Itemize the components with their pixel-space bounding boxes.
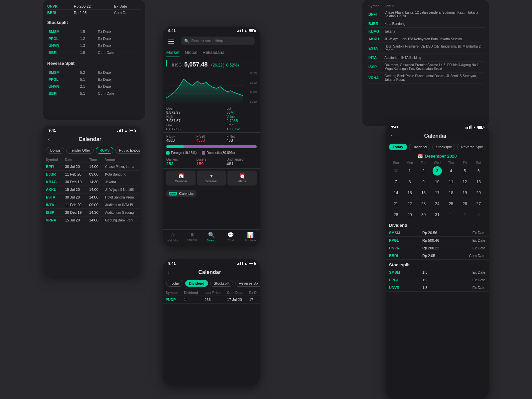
cal-day[interactable]: 28	[391, 210, 401, 219]
table-row: KBAG Jakarta	[366, 28, 485, 35]
losers-label: Losers	[197, 158, 227, 161]
chip-dividend-bottom[interactable]: Dividend	[185, 280, 208, 287]
back-button-right[interactable]: ‹	[389, 132, 393, 140]
cal-day[interactable]: 11	[446, 177, 456, 187]
alerts-btn[interactable]: ⏰ Alerts	[227, 171, 257, 186]
calendar-tooltip-label: Calendar	[179, 192, 194, 196]
market-stats: Open8,872.97 Lot55M High7,987.67 Value2,…	[163, 105, 260, 132]
battery-icon	[129, 129, 135, 132]
chip-reversesplit-right[interactable]: Reverse Split	[457, 144, 486, 150]
screener-btn[interactable]: ▼ Screener	[197, 171, 226, 186]
cal-day[interactable]: 8	[405, 177, 414, 187]
domestic-legend-label: Domestic (80.89%)	[206, 151, 235, 155]
left-top-panel: UNVR Rp 200.22 Ex Date BBRI Rp 2.05 Cum …	[43, 0, 145, 120]
cal-day-today[interactable]: 3	[433, 166, 442, 176]
nav-portfolio[interactable]: 📊 Portfolio	[241, 232, 260, 242]
cal-day[interactable]: 23	[419, 199, 428, 208]
cal-day[interactable]: 4	[446, 166, 456, 176]
calendar-btn-label: Calendar	[175, 180, 187, 183]
table-row: 1:5	[79, 28, 97, 35]
cal-day[interactable]: 15	[405, 188, 414, 198]
cal-day[interactable]: 5	[460, 166, 469, 176]
cal-day[interactable]: 10	[433, 177, 442, 187]
calendar-title-left: Calendar	[51, 136, 129, 142]
col-sym-bottom: Symbol	[163, 290, 181, 296]
tab-market[interactable]: Market	[166, 48, 180, 57]
cal-day[interactable]: 22	[405, 199, 414, 208]
table-row: Ex Date	[96, 42, 141, 49]
nav-watchlist[interactable]: ☆ Watchlist	[163, 232, 182, 242]
ihsg-change: +26.22(+0.52%)	[210, 63, 239, 67]
cal-day[interactable]: 31	[433, 210, 442, 219]
chip-today[interactable]: Today	[389, 144, 407, 150]
chip-reverse-bottom[interactable]: Reverse Split	[235, 280, 260, 287]
status-bar-bottom: 9:41 ▲	[163, 259, 260, 267]
unchanged-value: 481	[226, 161, 257, 166]
cal-day[interactable]: 14	[391, 188, 401, 198]
table-row: PPGL	[47, 35, 79, 42]
col-symbol: Symbol	[43, 157, 62, 163]
nav-search[interactable]: 🔍 Search	[202, 232, 221, 242]
chip-dividend-right[interactable]: Dividend	[409, 144, 431, 150]
cal-day[interactable]: 20	[474, 188, 483, 198]
ihsg-section: IHSG 5,057.48 +26.22(+0.52%)	[163, 57, 260, 69]
cal-day[interactable]: 19	[460, 188, 469, 198]
calendar-btn[interactable]: 📅 Calendar	[166, 171, 196, 186]
status-bar-right: 9:41 ▲	[386, 123, 489, 130]
chip-rups[interactable]: RUPS	[96, 147, 113, 154]
cal-day[interactable]: 3	[474, 210, 483, 219]
div-row-ppgl: PPGL Rp 500.46 Ex Date	[386, 237, 489, 244]
cal-day[interactable]: 1	[405, 166, 414, 176]
table-row: Ex Date	[96, 83, 141, 90]
cal-day[interactable]: 9	[419, 177, 428, 187]
gainers-value: 253	[166, 161, 197, 166]
cal-day[interactable]: 17	[433, 188, 442, 198]
nav-watchlist-label: Watchlist	[167, 239, 179, 242]
screener-btn-label: Screener	[205, 180, 218, 183]
chip-expose[interactable]: Public Expose	[115, 147, 140, 154]
hamburger-menu[interactable]	[165, 37, 178, 47]
nav-stream-label: Stream	[187, 238, 197, 242]
chip-stocksplit-bottom[interactable]: Stocksplit	[210, 280, 233, 287]
cal-day[interactable]: 27	[474, 199, 483, 208]
search-bar[interactable]: 🔍	[181, 37, 255, 45]
table-row: ESTA30 Jul 2014:00Hotel Santika Prem	[43, 194, 140, 201]
cal-day[interactable]: 30	[391, 166, 401, 176]
cal-day[interactable]: 25	[446, 199, 456, 208]
cal-day[interactable]: 21	[391, 199, 401, 208]
cal-day[interactable]: 7	[391, 177, 401, 187]
cal-day[interactable]: 6	[474, 166, 483, 176]
table-row: INTA Auditorium INTA Building	[366, 54, 485, 62]
table-row: SMSM	[47, 69, 79, 76]
back-button[interactable]: ‹	[47, 135, 51, 144]
cal-day[interactable]: 13	[474, 177, 483, 187]
chip-tender[interactable]: Tender Offer	[66, 147, 94, 154]
nav-stream[interactable]: ≡ Stream	[182, 232, 201, 242]
cal-day[interactable]: 2	[419, 166, 428, 176]
ss-row-unvr: UNVR 1:3 Ex Date	[386, 284, 489, 292]
cal-day[interactable]: 1	[446, 210, 456, 219]
cal-day[interactable]: 24	[433, 199, 442, 208]
tab-global[interactable]: Global	[185, 48, 198, 57]
tab-reksadana[interactable]: Reksadana	[202, 48, 224, 57]
chip-stocksplit-right[interactable]: Stocksplit	[432, 144, 455, 150]
chip-today-bottom[interactable]: Today	[166, 280, 183, 287]
phone-market: 9:41 ▲ 🔍 Market Global Reksadana IHSG 5,…	[163, 27, 260, 246]
cal-day[interactable]: 2	[460, 210, 469, 219]
chip-bonus[interactable]: Bonus	[47, 147, 64, 154]
back-button-bottom[interactable]: ‹	[166, 268, 171, 277]
cal-day[interactable]: 18	[446, 188, 456, 198]
month-label: Desember 2020	[425, 154, 457, 159]
battery-icon-bottom	[249, 262, 255, 265]
cal-day[interactable]: 16	[419, 188, 428, 198]
cal-day[interactable]: 12	[460, 177, 469, 187]
table-row: 1:2	[79, 35, 97, 42]
cal-day[interactable]: 26	[460, 199, 469, 208]
cal-day[interactable]: 30	[419, 210, 428, 219]
f-stats: F Buy456B F Sell456B F Net48B	[163, 132, 260, 144]
ihsg-value: 5,057.48	[184, 61, 207, 68]
search-nav-icon: 🔍	[208, 232, 215, 238]
cal-day[interactable]: 29	[405, 210, 414, 219]
search-input[interactable]	[191, 39, 251, 43]
nav-chat[interactable]: 💬 Chat	[221, 232, 240, 242]
